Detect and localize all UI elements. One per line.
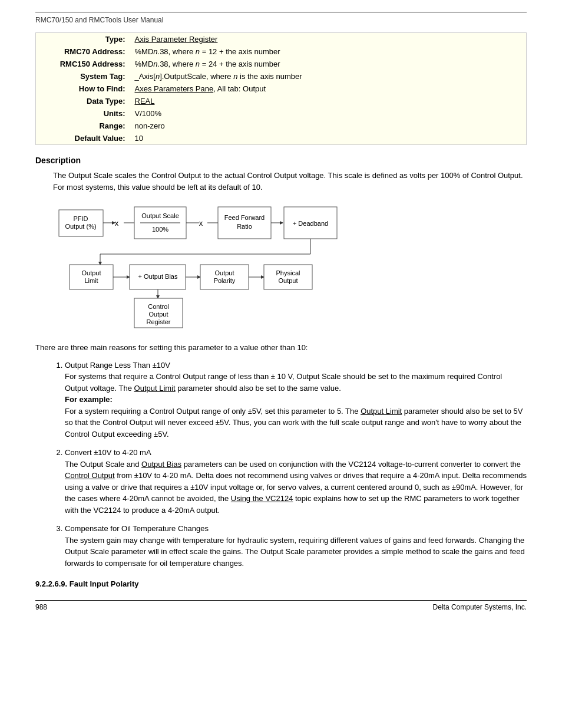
list-item-2: Convert ±10V to 4-20 mA The Output Scale… xyxy=(65,447,527,516)
row-label: RMC70 Address: xyxy=(36,45,130,58)
item-2-title: Convert ±10V to 4-20 mA xyxy=(65,448,151,457)
svg-text:Physical: Physical xyxy=(276,269,300,276)
row-value: Axis Parameter Register xyxy=(130,33,527,46)
table-row: RMC150 Address: %MDn.38, where n = 24 + … xyxy=(36,58,527,70)
page-number: 988 xyxy=(35,603,47,611)
page: RMC70/150 and RMCTools User Manual Type:… xyxy=(0,0,562,728)
svg-text:x: x xyxy=(115,219,119,228)
description-para: The Output Scale scales the Control Outp… xyxy=(53,170,527,193)
svg-text:+ Deadband: + Deadband xyxy=(293,220,328,227)
numbered-list: Output Range Less Than ±10V For systems … xyxy=(65,360,527,569)
item-1-example-label: For example: xyxy=(65,395,113,404)
info-table: Type: Axis Parameter Register RMC70 Addr… xyxy=(35,32,527,145)
row-label: Units: xyxy=(36,107,130,120)
table-row: Range: non-zero xyxy=(36,120,527,132)
svg-text:Output: Output xyxy=(148,311,168,318)
item-3-title: Compensate for Oil Temperature Changes xyxy=(65,524,209,533)
table-row: RMC70 Address: %MDn.38, where n = 12 + t… xyxy=(36,45,527,58)
row-label: RMC150 Address: xyxy=(36,58,130,70)
svg-text:Polarity: Polarity xyxy=(214,277,236,284)
company-name: Delta Computer Systems, Inc. xyxy=(433,603,527,611)
table-row: Data Type: REAL xyxy=(36,95,527,107)
row-value: non-zero xyxy=(130,120,527,132)
table-row: How to Find: Axes Parameters Pane, All t… xyxy=(36,83,527,95)
svg-text:Output: Output xyxy=(278,277,297,284)
diagram-svg: PFID Output (%) x Output Scale 100% x Fe… xyxy=(53,201,389,331)
subsection-heading: 9.2.2.6.9. Fault Input Polarity xyxy=(35,579,527,588)
svg-text:Output: Output xyxy=(81,269,101,276)
row-value: _Axis[n].OutputScale, where n is the axi… xyxy=(130,70,527,83)
row-value: V/100% xyxy=(130,107,527,120)
table-row: System Tag: _Axis[n].OutputScale, where … xyxy=(36,70,527,83)
list-item-3: Compensate for Oil Temperature Changes T… xyxy=(65,523,527,569)
svg-text:Output Scale: Output Scale xyxy=(141,212,179,219)
row-label: How to Find: xyxy=(36,83,130,95)
top-rule xyxy=(35,12,527,12)
row-value: REAL xyxy=(130,95,527,107)
table-row: Units: V/100% xyxy=(36,107,527,120)
svg-text:Register: Register xyxy=(147,318,171,325)
diagram-container: PFID Output (%) x Output Scale 100% x Fe… xyxy=(53,201,527,332)
header-title: RMC70/150 and RMCTools User Manual xyxy=(35,16,527,24)
svg-text:Ratio: Ratio xyxy=(237,223,252,230)
row-label: Default Value: xyxy=(36,132,130,145)
svg-text:Output (%): Output (%) xyxy=(65,223,96,230)
row-label: Range: xyxy=(36,120,130,132)
reasons-intro: There are three main reasons for setting… xyxy=(35,342,527,354)
svg-text:100%: 100% xyxy=(152,226,168,233)
row-label: Data Type: xyxy=(36,95,130,107)
table-row: Default Value: 10 xyxy=(36,132,527,145)
svg-text:Feed Forward: Feed Forward xyxy=(224,214,265,221)
row-value: %MDn.38, where n = 24 + the axis number xyxy=(130,58,527,70)
svg-text:Control: Control xyxy=(148,303,168,310)
svg-text:+ Output Bias: + Output Bias xyxy=(138,273,178,280)
svg-text:Output: Output xyxy=(214,269,234,276)
svg-text:x: x xyxy=(199,219,203,228)
footer-rule: 988 Delta Computer Systems, Inc. xyxy=(35,600,527,611)
row-value: Axes Parameters Pane, All tab: Output xyxy=(130,83,527,95)
item-1-body: For systems that require a Control Outpu… xyxy=(65,372,502,393)
section-title: Description xyxy=(35,156,527,165)
table-row: Type: Axis Parameter Register xyxy=(36,33,527,46)
item-3-body: The system gain may change with temperat… xyxy=(65,536,525,568)
row-value: 10 xyxy=(130,132,527,145)
item-1-example-body: For a system requiring a Control Output … xyxy=(65,407,523,439)
row-label: Type: xyxy=(36,33,130,46)
svg-text:Limit: Limit xyxy=(84,277,98,284)
row-value: %MDn.38, where n = 12 + the axis number xyxy=(130,45,527,58)
item-1-title: Output Range Less Than ±10V xyxy=(65,361,170,370)
svg-text:PFID: PFID xyxy=(73,215,88,222)
item-2-body: The Output Scale and Output Bias paramet… xyxy=(65,460,527,515)
footer: 988 Delta Computer Systems, Inc. xyxy=(35,603,527,611)
row-label: System Tag: xyxy=(36,70,130,83)
list-item-1: Output Range Less Than ±10V For systems … xyxy=(65,360,527,440)
